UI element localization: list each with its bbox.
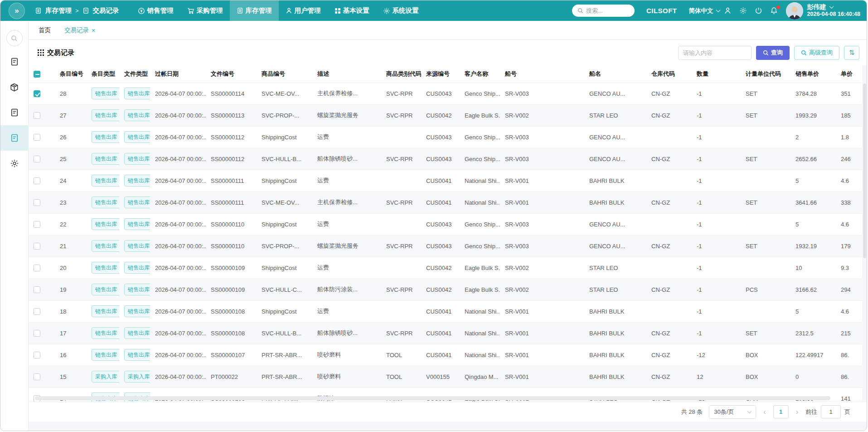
- sort-button[interactable]: ⇅: [844, 46, 859, 60]
- cell-ship_no: SR-V001: [500, 344, 584, 366]
- cell-id: 16: [55, 344, 87, 366]
- cell-doc_no: SS00000111: [206, 170, 257, 191]
- cell-ship_no: SR-V001: [500, 191, 584, 213]
- row-checkbox[interactable]: [34, 221, 40, 228]
- cell-price: 122.49917: [790, 344, 836, 366]
- cell-category: SVC-RPR: [381, 148, 421, 170]
- breadcrumb-page[interactable]: 交易记录: [93, 6, 119, 15]
- vertical-scrollbar[interactable]: [862, 65, 867, 402]
- type-badge: 销售出库: [92, 284, 119, 295]
- logout-button[interactable]: [752, 7, 766, 15]
- menu-item-users[interactable]: 用户管理: [279, 0, 328, 21]
- row-checkbox[interactable]: [34, 134, 40, 141]
- settings-button[interactable]: [736, 7, 751, 15]
- user-avatar[interactable]: [786, 2, 803, 20]
- page-number-1[interactable]: 1: [773, 405, 789, 418]
- cell-source: CUS0041: [421, 300, 460, 322]
- page-size-select[interactable]: 30条/页: [709, 405, 756, 419]
- cell-doc_no: PT000022: [206, 366, 257, 388]
- sidebar-search-button[interactable]: [0, 27, 29, 49]
- cell-qty: -1: [692, 191, 741, 213]
- row-checkbox[interactable]: [34, 373, 40, 380]
- table-row: 15采购入库采购入库2026-04-07 00:00:...PT000022PR…: [29, 366, 867, 388]
- row-checkbox[interactable]: [34, 286, 40, 293]
- notifications-button[interactable]: [767, 7, 781, 15]
- menu-item-system-settings[interactable]: 系统设置: [376, 0, 426, 21]
- cell-entry_type: 销售出库: [87, 344, 119, 366]
- menu-item-sales[interactable]: 销售管理: [131, 0, 180, 21]
- cell-doc_no: SS00000110: [206, 213, 257, 235]
- cell-category: [381, 257, 421, 279]
- breadcrumb-section[interactable]: 库存管理: [45, 6, 72, 15]
- cell-uom: SET: [741, 148, 790, 170]
- tab-home[interactable]: 首页: [39, 26, 51, 34]
- table-grid-icon: [38, 49, 44, 56]
- cell-warehouse: [646, 257, 692, 279]
- cell-ship_no: SR-V003: [500, 213, 584, 235]
- column-header-id: 条目编号: [55, 65, 87, 83]
- row-checkbox[interactable]: [34, 243, 40, 250]
- cell-date: 2026-04-07 00:00:...: [150, 322, 206, 344]
- sidebar-item-settings[interactable]: [0, 151, 29, 176]
- pagination-bar: 共 28 条 30条/页 ‹ 1 › 前往 页: [29, 402, 867, 422]
- vertical-scrollbar-thumb[interactable]: [863, 83, 866, 258]
- cell-category: [381, 213, 421, 235]
- cell-source: CUS0042: [421, 104, 460, 126]
- sidebar-item-inventory[interactable]: [0, 74, 29, 100]
- row-checkbox[interactable]: [34, 112, 40, 119]
- cell-qty: -1: [692, 148, 741, 170]
- advanced-query-button[interactable]: 高级查询: [794, 46, 839, 60]
- type-badge: 销售出库: [124, 327, 150, 339]
- main-menu: 销售管理 采购管理 库存管理 用户管理: [131, 0, 426, 21]
- row-checkbox[interactable]: [34, 177, 40, 184]
- cell-category: SVC-RPR: [381, 235, 421, 257]
- cell-uom: BOX: [741, 344, 790, 366]
- column-header-warehouse: 仓库代码: [646, 65, 692, 83]
- tab-transactions[interactable]: 交易记录 ×: [64, 26, 95, 34]
- profile-button[interactable]: [721, 7, 735, 15]
- sidebar-collapse-button[interactable]: »: [9, 3, 25, 19]
- cell-doc_no: SS00000111: [206, 191, 257, 213]
- goto-page-input[interactable]: [821, 405, 841, 418]
- cell-entry_type: 销售出库: [87, 257, 119, 279]
- select-all-checkbox[interactable]: [34, 71, 40, 78]
- sidebar-item-documents[interactable]: [0, 49, 29, 74]
- menu-item-purchase[interactable]: 采购管理: [180, 0, 230, 21]
- user-info[interactable]: 彭伟建 2026-04-08 16:40:48: [807, 3, 860, 18]
- row-checkbox[interactable]: [34, 156, 40, 162]
- sidebar-item-transactions[interactable]: [0, 125, 29, 151]
- close-icon[interactable]: ×: [92, 27, 95, 34]
- horizontal-scrollbar[interactable]: [35, 396, 830, 400]
- menu-item-basic-settings[interactable]: 基本设置: [328, 0, 376, 21]
- row-checkbox[interactable]: [34, 199, 40, 206]
- row-checkbox[interactable]: [34, 265, 40, 271]
- cell-desc: 运费: [312, 170, 381, 191]
- row-checkbox[interactable]: [34, 352, 40, 358]
- row-checkbox[interactable]: [34, 90, 40, 97]
- cell-customer: Eagle Bulk S...: [460, 257, 500, 279]
- document-icon: [82, 7, 89, 14]
- global-search-input[interactable]: 搜索...: [572, 5, 635, 17]
- type-badge: 销售出库: [124, 131, 150, 143]
- cart-icon: [187, 7, 194, 15]
- sidebar-item-records[interactable]: [0, 100, 29, 125]
- cell-doc_type: 销售出库: [119, 300, 150, 322]
- column-header-customer: 客户名称: [460, 65, 500, 83]
- query-button[interactable]: 查询: [756, 46, 790, 60]
- menu-item-inventory[interactable]: 库存管理: [230, 0, 279, 21]
- cell-id: 24: [55, 170, 87, 191]
- row-checkbox[interactable]: [34, 308, 40, 315]
- menu-label: 用户管理: [295, 6, 321, 15]
- next-page-button[interactable]: ›: [795, 408, 799, 416]
- cell-id: 25: [55, 148, 87, 170]
- column-header-ship_no: 船号: [500, 65, 584, 83]
- cell-date: 2026-04-07 00:00:...: [150, 170, 206, 191]
- cell-entry_type: 销售出库: [87, 148, 119, 170]
- type-badge: 销售出库: [124, 305, 150, 317]
- icon-sidebar: [0, 21, 29, 431]
- prev-page-button[interactable]: ‹: [762, 408, 766, 416]
- row-checkbox[interactable]: [34, 330, 40, 337]
- filter-input[interactable]: [678, 46, 752, 60]
- cell-uom: SET: [741, 83, 790, 104]
- language-selector[interactable]: 简体中文: [689, 7, 720, 15]
